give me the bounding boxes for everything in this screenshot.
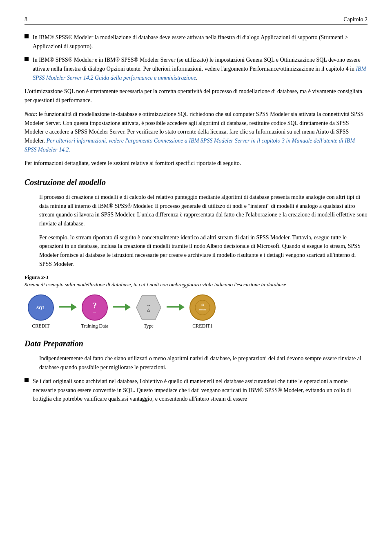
- arrow-head-1: [71, 303, 77, 311]
- dp-bullet-text-1-content: Se i dati originali sono archiviati nel …: [33, 378, 351, 402]
- page: 8 Capitolo 2 In IBM® SPSS® Modeler la mo…: [0, 0, 392, 553]
- section-costruzione-heading: Costruzione del modello: [24, 178, 368, 187]
- flow-node-type: ↔ △ Type: [132, 294, 165, 329]
- flow-node-model: ⊞ model CREDIT1: [186, 294, 219, 329]
- flow-node-sql: SQL CREDIT: [24, 294, 57, 329]
- question-sub: ···: [94, 310, 96, 314]
- type-node-text: Type: [132, 323, 165, 329]
- bullet-text-2: In IBM® SPSS® Modeler e in IBM® SPSS® Mo…: [33, 56, 368, 82]
- section1-paragraph2: Per esempio, lo stream riportato di segu…: [39, 233, 368, 269]
- flow-node-question: ? ··· Training Data: [78, 294, 111, 329]
- type-node-shape: ↔ △: [136, 294, 162, 321]
- bullet-icon-1: [24, 34, 29, 38]
- bullet-text-2-normal1: In IBM® SPSS® Modeler e in IBM® SPSS® Mo…: [33, 57, 361, 72]
- figure-label: Figura 2-3: [24, 274, 368, 281]
- nota-link-italic: Manuale dell'utente di IBM SPSS Modeler …: [24, 138, 355, 153]
- arrow-head-2: [125, 303, 131, 311]
- arrow-body-1: [59, 306, 71, 308]
- type-node-svg: ↔ △: [136, 294, 162, 321]
- nota-prefix: Nota: [24, 111, 36, 117]
- arrow-head-3: [179, 303, 185, 311]
- model-node-shape: ⊞ model: [189, 294, 216, 321]
- bullet-text-2-normal2: .: [196, 75, 198, 81]
- question-icon: ?: [93, 301, 97, 310]
- arrow-body-3: [167, 306, 179, 308]
- sql-node-label: SQL: [36, 305, 45, 310]
- section2-paragraph: Indipendentemente dal fatto che siano ut…: [39, 354, 368, 372]
- arrow-body-2: [113, 306, 125, 308]
- bullet-text-1-content: In IBM® SPSS® Modeler la modellazione di…: [33, 34, 348, 49]
- page-header: 8 Capitolo 2: [24, 16, 368, 25]
- dp-bullet-item-1: Se i dati originali sono archiviati nel …: [24, 377, 368, 404]
- dp-bullet-icon-1: [24, 378, 29, 382]
- chapter-label: Capitolo 2: [343, 16, 368, 23]
- page-number: 8: [24, 16, 27, 23]
- sql-node-text: CREDIT: [24, 323, 57, 329]
- figure-caption: Stream di esempio sulla modellazione di …: [24, 281, 368, 288]
- model-node-svg: ⊞ model: [194, 299, 211, 316]
- question-node-shape: ? ···: [82, 294, 108, 321]
- svg-point-1: [195, 300, 210, 315]
- bullet-text-1: In IBM® SPSS® Modeler la modellazione di…: [33, 33, 368, 51]
- bullet-item-1: In IBM® SPSS® Modeler la modellazione di…: [24, 33, 368, 51]
- paragraph-ottimizzazione: L'ottimizzazione SQL non è strettamente …: [24, 87, 368, 105]
- model-node-text: CREDIT1: [186, 323, 219, 329]
- svg-text:model: model: [199, 308, 206, 311]
- flow-arrow-2: [113, 303, 131, 311]
- paragraph-per-informazioni: Per informazioni dettagliate, vedere le …: [24, 159, 368, 168]
- dp-bullet-text-1: Se i dati originali sono archiviati nel …: [33, 377, 368, 404]
- flow-diagram: SQL CREDIT ? ··· Training Data: [24, 294, 368, 329]
- question-node-text: Training Data: [78, 323, 111, 329]
- bullet-item-2: In IBM® SPSS® Modeler e in IBM® SPSS® Mo…: [24, 56, 368, 82]
- section-dataprep-heading: Data Preparation: [24, 339, 368, 348]
- flow-arrow-3: [167, 303, 185, 311]
- nota-link: Per ulteriori informazioni, vedere l'arg…: [24, 138, 355, 153]
- section1-paragraph1: Il processo di creazione di modelli e di…: [39, 193, 368, 228]
- bullet-icon-2: [24, 57, 29, 61]
- svg-text:⊞: ⊞: [201, 303, 204, 307]
- sql-node-shape: SQL: [28, 294, 54, 321]
- nota-paragraph: Nota: le funzionalità di modellazione in…: [24, 110, 368, 154]
- flow-arrow-1: [59, 303, 77, 311]
